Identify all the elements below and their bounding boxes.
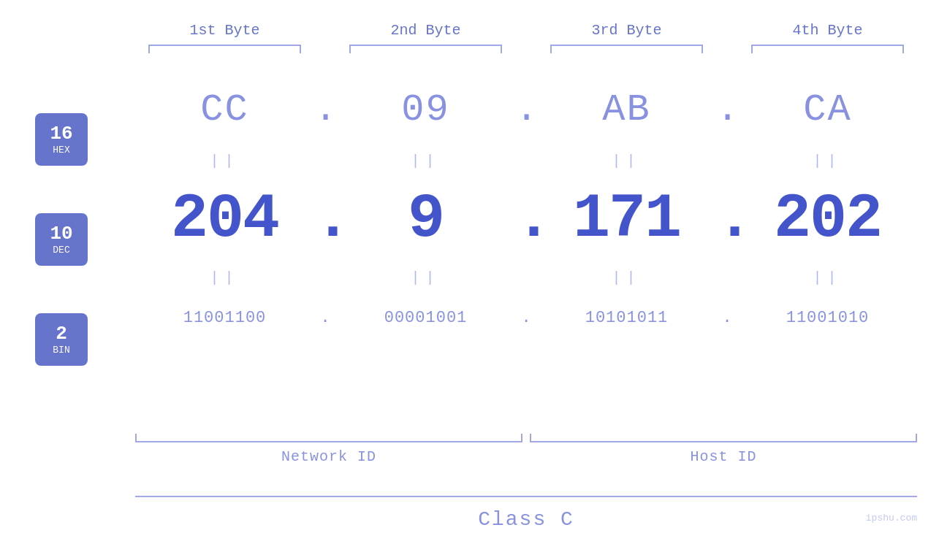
hex-val-1: CC	[135, 88, 314, 131]
hex-dot-1: .	[314, 88, 336, 131]
dec-badge-number: 10	[50, 223, 72, 245]
equals-4: ||	[738, 153, 917, 169]
dec-badge: 10 DEC	[35, 213, 88, 266]
equals-b-3: ||	[537, 269, 716, 286]
dec-dot-1: .	[314, 184, 336, 255]
hex-badge-name: HEX	[53, 145, 69, 156]
byte-header-3: 3rd Byte	[591, 22, 661, 39]
equals-row-1: || || || ||	[135, 146, 917, 175]
hex-val-2: 09	[336, 88, 515, 131]
bin-val-4: 11001010	[738, 309, 917, 327]
host-bracket: Host ID	[530, 434, 917, 465]
dec-dot-2: .	[515, 184, 537, 255]
hex-val-4: CA	[738, 88, 917, 131]
equals-row-2: || || || ||	[135, 263, 917, 292]
bin-badge-number: 2	[56, 323, 67, 345]
equals-b-2: ||	[336, 269, 515, 286]
byte-header-1: 1st Byte	[189, 22, 259, 39]
hex-val-3: AB	[537, 88, 716, 131]
host-bracket-line	[530, 434, 917, 442]
bin-val-1: 11001100	[135, 309, 314, 327]
dec-val-1: 204	[135, 184, 314, 255]
watermark: ipshu.com	[866, 513, 917, 523]
network-bracket: Network ID	[135, 434, 522, 465]
bin-badge: 2 BIN	[35, 313, 88, 366]
bin-dot-1: .	[314, 309, 336, 327]
dec-dot-3: .	[716, 184, 738, 255]
bin-dot-3: .	[716, 309, 738, 327]
base-labels: 16 HEX 10 DEC 2 BIN	[35, 113, 88, 366]
bin-val-3: 10101011	[537, 309, 716, 327]
host-id-label: Host ID	[690, 448, 756, 465]
byte-header-2: 2nd Byte	[390, 22, 460, 39]
dec-val-4: 202	[738, 184, 917, 255]
equals-b-4: ||	[738, 269, 917, 286]
dec-badge-name: DEC	[53, 245, 69, 256]
dec-val-2: 9	[336, 184, 515, 255]
bin-row: 11001100 . 00001001 . 10101011 . 1100101…	[135, 296, 917, 340]
hex-badge-number: 16	[50, 123, 72, 145]
classc-row: Class C ipshu.com	[135, 496, 917, 531]
classc-label: Class C	[478, 508, 574, 531]
equals-b-1: ||	[135, 269, 314, 286]
bin-dot-2: .	[515, 309, 537, 327]
content-grid: CC . 09 . AB . CA || || || || 204	[135, 40, 917, 340]
hex-dot-3: .	[716, 88, 738, 131]
bin-val-2: 00001001	[336, 309, 515, 327]
bytes-area: 1st Byte 2nd Byte 3rd Byte 4th Byte	[135, 0, 917, 560]
network-bracket-line	[135, 434, 522, 442]
byte-header-4: 4th Byte	[792, 22, 862, 39]
dec-val-3: 171	[537, 184, 716, 255]
network-id-label: Network ID	[281, 448, 376, 465]
equals-2: ||	[336, 153, 515, 169]
dec-row: 204 . 9 . 171 . 202	[135, 179, 917, 259]
main-container: 16 HEX 10 DEC 2 BIN 1st Byte 2nd Byte	[0, 0, 939, 560]
hex-row: CC . 09 . AB . CA	[135, 77, 917, 142]
bin-badge-name: BIN	[53, 345, 69, 356]
bottom-brackets: Network ID Host ID	[135, 434, 917, 465]
hex-badge: 16 HEX	[35, 113, 88, 166]
hex-dot-2: .	[515, 88, 537, 131]
equals-3: ||	[537, 153, 716, 169]
equals-1: ||	[135, 153, 314, 169]
